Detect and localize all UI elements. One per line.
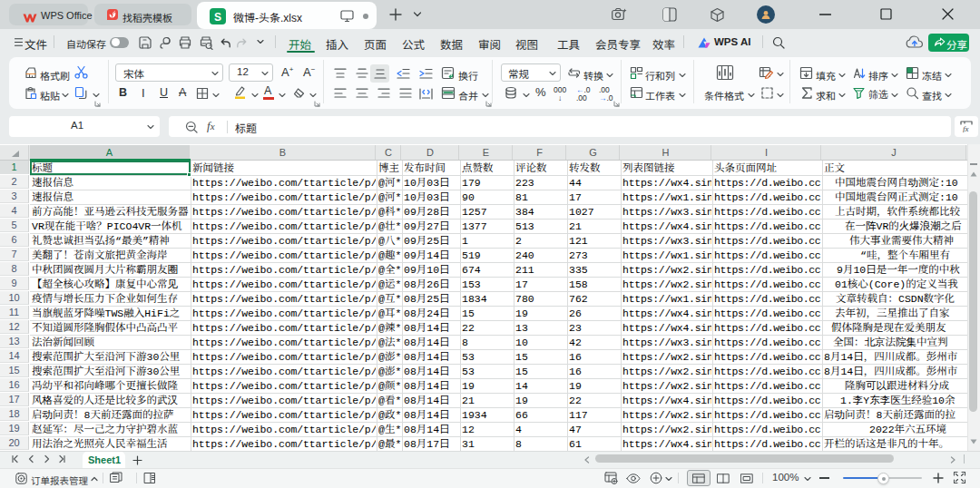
- svg-text:S: S: [214, 11, 221, 24]
- svg-text:fx: fx: [963, 124, 969, 132]
